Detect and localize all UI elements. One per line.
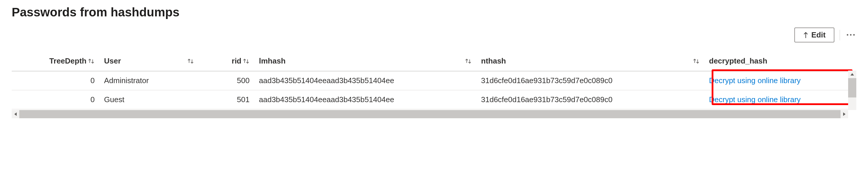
- horizontal-scrollbar-thumb[interactable]: [19, 110, 840, 118]
- cell-user: Administrator: [99, 71, 199, 90]
- sort-icon: [693, 58, 700, 65]
- table-row[interactable]: 0 Guest 501 aad3b435b51404eeaad3b435b514…: [12, 90, 856, 109]
- col-label-user: User: [104, 56, 121, 66]
- svg-point-2: [853, 34, 855, 35]
- horizontal-scrollbar[interactable]: [12, 110, 848, 118]
- cell-nthash: 31d6cfe0d16ae931b73c59d7e0c089c0: [476, 71, 704, 90]
- table-row[interactable]: 0 Administrator 500 aad3b435b51404eeaad3…: [12, 71, 856, 90]
- column-header-nthash[interactable]: nthash: [476, 53, 704, 71]
- sort-icon: [243, 58, 250, 65]
- cell-user: Guest: [99, 90, 199, 109]
- col-label-lmhash: lmhash: [259, 56, 285, 66]
- svg-point-0: [847, 34, 848, 35]
- scroll-right-arrow-icon[interactable]: [840, 112, 848, 116]
- decrypt-link[interactable]: Decrypt using online library: [709, 76, 801, 85]
- toolbar: Edit: [12, 27, 856, 43]
- column-header-user[interactable]: User: [99, 53, 199, 71]
- ellipsis-icon: [846, 33, 855, 37]
- scroll-up-arrow-icon[interactable]: [848, 71, 856, 78]
- sort-icon: [465, 58, 472, 65]
- cell-decrypted: Decrypt using online library: [704, 71, 856, 90]
- sort-icon: [88, 58, 95, 65]
- column-header-decrypted[interactable]: decrypted_hash: [704, 53, 856, 71]
- svg-marker-4: [14, 112, 17, 116]
- edit-label: Edit: [811, 30, 826, 40]
- cell-treedepth: 0: [12, 71, 99, 90]
- sort-icon: [187, 58, 194, 65]
- vertical-scrollbar[interactable]: [848, 71, 856, 110]
- column-header-treedepth[interactable]: TreeDepth: [12, 53, 99, 71]
- svg-marker-3: [850, 73, 854, 76]
- cell-rid: 501: [199, 90, 254, 109]
- edit-button[interactable]: Edit: [794, 27, 834, 43]
- cell-lmhash: aad3b435b51404eeaad3b435b51404ee: [254, 71, 476, 90]
- cell-treedepth: 0: [12, 90, 99, 109]
- col-label-nthash: nthash: [481, 56, 506, 66]
- col-label-decrypted: decrypted_hash: [709, 56, 767, 66]
- cell-rid: 500: [199, 71, 254, 90]
- decrypt-link[interactable]: Decrypt using online library: [709, 95, 801, 104]
- more-button[interactable]: [845, 31, 856, 39]
- cell-nthash: 31d6cfe0d16ae931b73c59d7e0c089c0: [476, 90, 704, 109]
- cell-lmhash: aad3b435b51404eeaad3b435b51404ee: [254, 90, 476, 109]
- table-header-row: TreeDepth: [12, 53, 856, 71]
- svg-marker-5: [843, 112, 845, 116]
- col-label-treedepth: TreeDepth: [50, 56, 87, 66]
- scroll-left-arrow-icon[interactable]: [12, 112, 19, 116]
- cell-decrypted: Decrypt using online library: [704, 90, 856, 109]
- column-header-rid[interactable]: rid: [199, 53, 254, 71]
- hashdump-table: TreeDepth: [12, 53, 856, 109]
- toolbar-divider: [840, 30, 840, 41]
- vertical-scrollbar-thumb[interactable]: [848, 78, 856, 98]
- column-header-lmhash[interactable]: lmhash: [254, 53, 476, 71]
- page-title: Passwords from hashdumps: [12, 5, 856, 19]
- arrow-up-icon: [803, 32, 808, 38]
- col-label-rid: rid: [232, 56, 241, 66]
- svg-point-1: [850, 34, 851, 35]
- table-container: TreeDepth: [12, 53, 856, 118]
